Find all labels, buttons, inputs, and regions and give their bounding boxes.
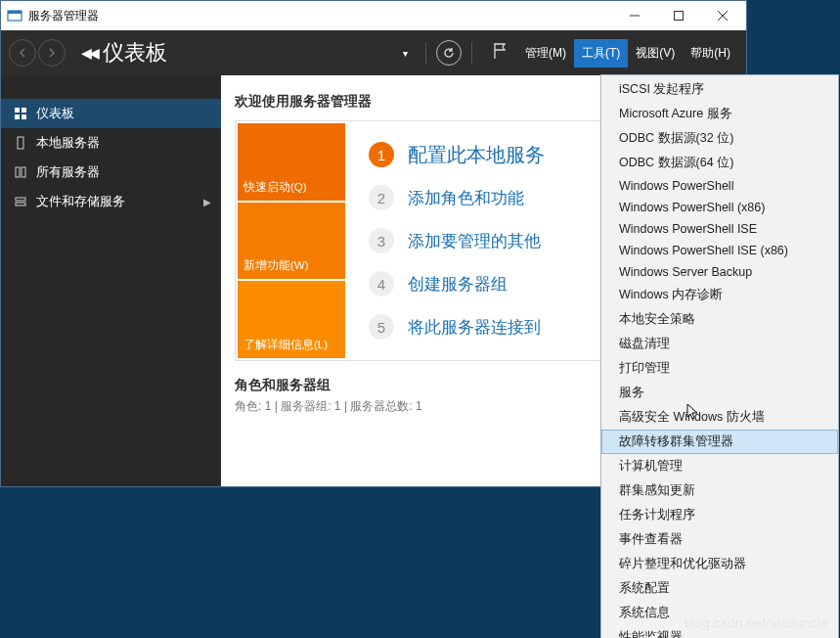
tools-menu-item[interactable]: 本地安全策略 <box>601 307 838 332</box>
svg-rect-10 <box>18 137 23 149</box>
learnmore-link[interactable]: 了解详细信息(L) <box>238 280 345 358</box>
svg-rect-6 <box>15 108 20 113</box>
breadcrumb: ◀◀ 仪表板 <box>81 38 395 68</box>
svg-rect-9 <box>22 114 26 119</box>
tools-menu-item[interactable]: ODBC 数据源(64 位) <box>601 151 838 175</box>
tools-menu-item[interactable]: 任务计划程序 <box>601 503 838 527</box>
tools-dropdown-menu: iSCSI 发起程序Microsoft Azure 服务ODBC 数据源(32 … <box>600 74 839 638</box>
sidebar-item-all-servers[interactable]: 所有服务器 <box>1 158 221 187</box>
tools-menu-item[interactable]: 群集感知更新 <box>601 478 838 503</box>
step-label: 添加角色和功能 <box>408 187 524 209</box>
step-number: 3 <box>369 228 394 253</box>
tools-menu-item[interactable]: Windows PowerShell <box>601 175 838 197</box>
svg-rect-1 <box>8 11 22 14</box>
step-number: 2 <box>369 185 394 210</box>
sidebar-item-file-storage[interactable]: 文件和存储服务 ▶ <box>1 187 221 216</box>
tools-menu-item[interactable]: iSCSI 发起程序 <box>601 77 838 102</box>
sidebar-item-dashboard[interactable]: 仪表板 <box>1 99 221 128</box>
topbar: ◀◀ 仪表板 ▾ 管理(M) 工具(T) 视图(V) 帮助(H) <box>1 30 746 75</box>
tools-menu-item[interactable]: 事件查看器 <box>601 527 838 552</box>
minimize-button[interactable] <box>612 2 656 30</box>
tools-menu-item[interactable]: 打印管理 <box>601 356 838 381</box>
sidebar-item-local-server[interactable]: 本地服务器 <box>1 128 221 158</box>
notifications-flag-icon[interactable] <box>492 42 508 64</box>
svg-rect-7 <box>22 108 26 113</box>
step-label: 将此服务器连接到 <box>408 316 541 339</box>
tools-menu-item[interactable]: Windows PowerShell ISE (x86) <box>601 240 838 261</box>
svg-rect-3 <box>674 12 683 21</box>
page-title: 仪表板 <box>103 38 167 68</box>
mouse-cursor-icon <box>686 403 700 425</box>
titlebar: 服务器管理器 <box>1 1 746 30</box>
menu-view[interactable]: 视图(V) <box>628 39 683 68</box>
step-number: 4 <box>369 271 394 296</box>
close-button[interactable] <box>700 2 744 30</box>
menu-manage[interactable]: 管理(M) <box>517 39 574 68</box>
tools-menu-item[interactable]: 系统配置 <box>601 576 838 601</box>
step-number: 1 <box>369 142 394 167</box>
sidebar-item-label: 文件和存储服务 <box>36 193 125 210</box>
tools-menu-item[interactable]: 碎片整理和优化驱动器 <box>601 552 838 576</box>
svg-rect-12 <box>22 167 25 177</box>
tools-menu-item[interactable]: 高级安全 Windows 防火墙 <box>601 405 838 430</box>
step-label: 添加要管理的其他 <box>408 230 541 252</box>
sidebar: 仪表板 本地服务器 所有服务器 文件和存储服务 ▶ <box>1 75 221 486</box>
app-icon <box>7 8 22 23</box>
tools-menu-item[interactable]: ODBC 数据源(32 位) <box>601 126 838 151</box>
tools-menu-item[interactable]: Windows Server Backup <box>601 261 838 283</box>
svg-rect-11 <box>16 167 20 177</box>
refresh-button[interactable] <box>436 40 462 66</box>
forward-button[interactable] <box>38 39 66 67</box>
window-title: 服务器管理器 <box>28 8 612 24</box>
divider <box>425 42 426 64</box>
sidebar-item-label: 本地服务器 <box>36 134 100 152</box>
step-label: 创建服务器组 <box>408 273 508 296</box>
breadcrumb-dropdown-icon[interactable]: ▾ <box>403 48 408 59</box>
svg-rect-8 <box>15 114 20 119</box>
tools-menu-item[interactable]: Windows 内存诊断 <box>601 283 838 307</box>
breadcrumb-chevrons-icon: ◀◀ <box>81 45 97 61</box>
tools-menu-item[interactable]: 磁盘清理 <box>601 332 838 356</box>
storage-icon <box>13 195 28 208</box>
step-label: 配置此本地服务 <box>408 142 545 168</box>
chevron-right-icon: ▶ <box>203 197 211 207</box>
maximize-button[interactable] <box>656 2 700 30</box>
svg-rect-13 <box>16 198 25 201</box>
sidebar-item-label: 所有服务器 <box>36 163 100 181</box>
servers-icon <box>13 165 28 179</box>
watermark: blog.csdn.net/xiaouncle <box>685 615 828 630</box>
tools-menu-item[interactable]: Windows PowerShell (x86) <box>601 197 838 218</box>
quickstart-link[interactable]: 快速启动(Q) <box>238 123 345 202</box>
whatsnew-link[interactable]: 新增功能(W) <box>238 202 345 281</box>
back-button[interactable] <box>9 39 36 67</box>
tools-menu-item[interactable]: Windows PowerShell ISE <box>601 218 838 240</box>
server-icon <box>13 136 28 150</box>
menu-tools[interactable]: 工具(T) <box>574 39 628 68</box>
menu-help[interactable]: 帮助(H) <box>683 39 738 68</box>
sidebar-item-label: 仪表板 <box>36 105 74 122</box>
step-number: 5 <box>369 314 394 340</box>
dashboard-icon <box>13 107 28 120</box>
tools-menu-item[interactable]: 计算机管理 <box>601 454 838 478</box>
svg-rect-14 <box>16 203 25 205</box>
tools-menu-item[interactable]: 服务 <box>601 381 838 405</box>
tools-menu-item[interactable]: 故障转移群集管理器 <box>601 430 838 454</box>
quick-links-column: 快速启动(Q) 新增功能(W) 了解详细信息(L) <box>238 123 345 358</box>
tools-menu-item[interactable]: Microsoft Azure 服务 <box>601 102 838 126</box>
divider <box>471 42 472 64</box>
